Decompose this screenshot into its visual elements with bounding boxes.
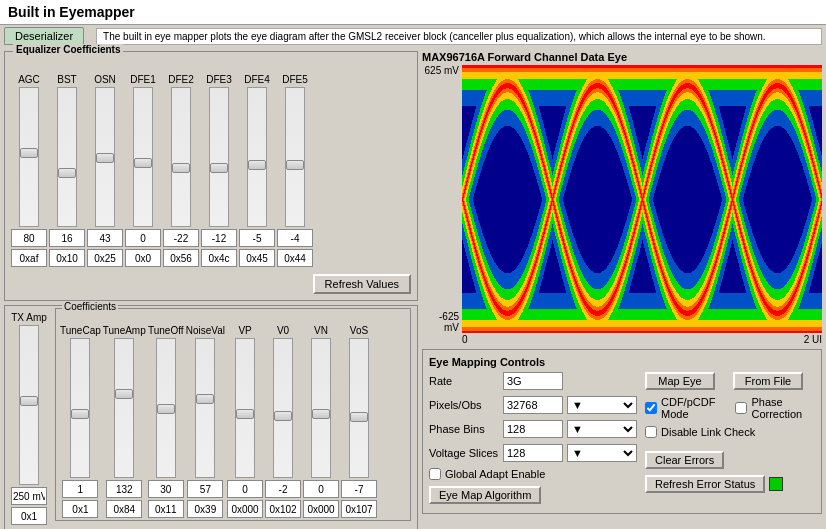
equalizer-group: Equalizer Coefficients AGC BST OSN DFE1 xyxy=(4,51,418,301)
eq-thumb-2[interactable] xyxy=(96,153,114,163)
refresh-error-row: Refresh Error Status xyxy=(645,475,815,493)
tx-track-2[interactable] xyxy=(156,338,176,478)
disable-link-checkbox[interactable] xyxy=(645,426,657,438)
tx-value-2[interactable] xyxy=(148,480,184,498)
eq-thumb-3[interactable] xyxy=(134,158,152,168)
tx-thumb-7[interactable] xyxy=(350,412,368,422)
tx-value-3[interactable] xyxy=(187,480,223,498)
tx-value-6[interactable] xyxy=(303,480,339,498)
tx-track-5[interactable] xyxy=(273,338,293,478)
tx-label-0: TuneCap xyxy=(60,325,101,336)
pixels-select[interactable]: ▼ xyxy=(567,396,637,414)
tx-thumb-4[interactable] xyxy=(236,409,254,419)
refresh-values-button[interactable]: Refresh Values xyxy=(313,274,411,294)
tx-hex-3[interactable] xyxy=(187,500,223,518)
tx-track-0[interactable] xyxy=(70,338,90,478)
eq-track-0[interactable] xyxy=(19,87,39,227)
phase-correction-checkbox[interactable] xyxy=(735,402,747,414)
eq-hex-3[interactable] xyxy=(125,249,161,267)
eq-value-5[interactable] xyxy=(201,229,237,247)
voltage-select[interactable]: ▼ xyxy=(567,444,637,462)
tx-thumb-6[interactable] xyxy=(312,409,330,419)
eq-track-5[interactable] xyxy=(209,87,229,227)
tx-hex-2[interactable] xyxy=(148,500,184,518)
eq-value-3[interactable] xyxy=(125,229,161,247)
tx-col-5: V0 xyxy=(265,325,301,518)
from-file-button[interactable]: From File xyxy=(733,372,803,390)
global-adapt-row: Global Adapt Enable xyxy=(429,468,637,480)
tx-hex-6[interactable] xyxy=(303,500,339,518)
tx-value-7[interactable] xyxy=(341,480,377,498)
pixels-input[interactable] xyxy=(503,396,563,414)
eq-hex-2[interactable] xyxy=(87,249,123,267)
tx-track-3[interactable] xyxy=(195,338,215,478)
eye-map-algorithm-button[interactable]: Eye Map Algorithm xyxy=(429,486,541,504)
phase-select[interactable]: ▼ xyxy=(567,420,637,438)
eq-track-7[interactable] xyxy=(285,87,305,227)
eq-thumb-6[interactable] xyxy=(248,160,266,170)
tx-hex-4[interactable] xyxy=(227,500,263,518)
rate-input[interactable] xyxy=(503,372,563,390)
tx-thumb-3[interactable] xyxy=(196,394,214,404)
tx-thumb-0[interactable] xyxy=(71,409,89,419)
eq-thumb-0[interactable] xyxy=(20,148,38,158)
tx-value-1[interactable] xyxy=(106,480,142,498)
eq-hex-1[interactable] xyxy=(49,249,85,267)
tx-thumb-5[interactable] xyxy=(274,411,292,421)
tx-sliders: TuneCap TuneAmp TuneOff NoiseVal VP xyxy=(60,311,406,518)
eq-value-2[interactable] xyxy=(87,229,123,247)
eq-hex-7[interactable] xyxy=(277,249,313,267)
phase-input[interactable] xyxy=(503,420,563,438)
tx-hex-1[interactable] xyxy=(106,500,142,518)
tx-track-6[interactable] xyxy=(311,338,331,478)
eq-track-1[interactable] xyxy=(57,87,77,227)
tx-col-0: TuneCap xyxy=(60,325,101,518)
eq-thumb-4[interactable] xyxy=(172,163,190,173)
eq-value-0[interactable] xyxy=(11,229,47,247)
tx-track-4[interactable] xyxy=(235,338,255,478)
clear-errors-button[interactable]: Clear Errors xyxy=(645,451,724,469)
eq-value-1[interactable] xyxy=(49,229,85,247)
tx-thumb-1[interactable] xyxy=(115,389,133,399)
phase-correction-label: Phase Correction xyxy=(751,396,815,420)
deserializer-tab[interactable]: Deserializer xyxy=(4,27,84,45)
tx-track-7[interactable] xyxy=(349,338,369,478)
eq-value-7[interactable] xyxy=(277,229,313,247)
eq-value-6[interactable] xyxy=(239,229,275,247)
map-eye-button[interactable]: Map Eye xyxy=(645,372,715,390)
eq-hex-4[interactable] xyxy=(163,249,199,267)
eq-thumb-7[interactable] xyxy=(286,160,304,170)
eq-thumb-5[interactable] xyxy=(210,163,228,173)
eq-hex-6[interactable] xyxy=(239,249,275,267)
tx-amp-slider[interactable] xyxy=(19,325,39,485)
eye-map-algo-row: Eye Map Algorithm xyxy=(429,486,637,504)
x-axis-right: 2 UI xyxy=(804,334,822,345)
tx-hex-7[interactable] xyxy=(341,500,377,518)
tx-value-0[interactable] xyxy=(62,480,98,498)
refresh-error-button[interactable]: Refresh Error Status xyxy=(645,475,765,493)
eq-track-6[interactable] xyxy=(247,87,267,227)
eq-track-2[interactable] xyxy=(95,87,115,227)
tx-label-4: VP xyxy=(238,325,251,336)
eq-track-3[interactable] xyxy=(133,87,153,227)
eq-label-3: DFE1 xyxy=(130,74,156,85)
global-adapt-checkbox[interactable] xyxy=(429,468,441,480)
eq-track-4[interactable] xyxy=(171,87,191,227)
tx-track-1[interactable] xyxy=(114,338,134,478)
cdf-mode-label: CDF/pCDF Mode xyxy=(661,396,725,420)
tx-amp-hex[interactable] xyxy=(11,507,47,525)
eq-hex-0[interactable] xyxy=(11,249,47,267)
eq-thumb-1[interactable] xyxy=(58,168,76,178)
y-axis: 625 mV -625 mV xyxy=(422,65,462,333)
tx-thumb-2[interactable] xyxy=(157,404,175,414)
tx-hex-0[interactable] xyxy=(62,500,98,518)
cdf-mode-checkbox[interactable] xyxy=(645,402,657,414)
eq-label-6: DFE4 xyxy=(244,74,270,85)
tx-hex-5[interactable] xyxy=(265,500,301,518)
tx-value-4[interactable] xyxy=(227,480,263,498)
tx-amp-value[interactable] xyxy=(11,487,47,505)
eq-hex-5[interactable] xyxy=(201,249,237,267)
voltage-input[interactable] xyxy=(503,444,563,462)
eq-value-4[interactable] xyxy=(163,229,199,247)
tx-value-5[interactable] xyxy=(265,480,301,498)
